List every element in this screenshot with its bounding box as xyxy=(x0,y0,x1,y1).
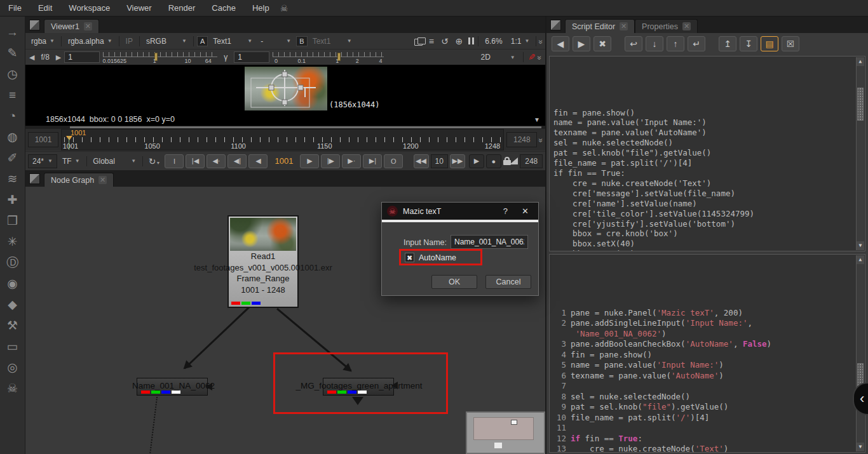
prev-keyframe-button[interactable]: ◀· xyxy=(207,154,226,168)
tab-script-editor[interactable]: Script Editor ✕ xyxy=(565,19,635,33)
viewer-image[interactable] xyxy=(245,67,327,110)
fps-select[interactable]: 24*▼ xyxy=(28,154,57,168)
hidden-input-arrow-icon[interactable] xyxy=(202,383,212,391)
clear-history-button[interactable]: ✖ xyxy=(593,36,611,51)
threed-icon[interactable]: ❒ xyxy=(3,210,23,231)
keyer-icon[interactable]: ✐ xyxy=(3,147,23,168)
menu-item[interactable]: Help xyxy=(244,1,278,15)
next-script-button[interactable]: ▶ xyxy=(573,36,590,51)
timeline-ruler[interactable]: 100110501100115012001248 1001 xyxy=(61,129,504,150)
import-buffer-button[interactable]: ↧ xyxy=(740,36,757,51)
fstop-label[interactable]: f/8 xyxy=(37,51,52,63)
other-icon[interactable]: ▭ xyxy=(3,336,23,357)
gamma-slider[interactable]: 00.1124 xyxy=(273,50,384,64)
draw-icon[interactable]: ✎ xyxy=(3,43,23,63)
chevron-down-icon[interactable]: ▼ xyxy=(534,116,540,123)
more-chevron-icon[interactable]: » xyxy=(536,56,545,59)
edge-read-to-name[interactable] xyxy=(184,307,250,369)
menu-item[interactable]: Edit xyxy=(30,1,60,15)
current-frame-label[interactable]: 1001 xyxy=(269,156,298,166)
ofx-icon[interactable]: ◎ xyxy=(3,357,23,378)
close-button[interactable]: ✕ xyxy=(517,206,533,216)
source-node-button[interactable]: ↩ xyxy=(625,36,642,51)
b-buffer-label[interactable]: B xyxy=(296,36,307,46)
load-script-button[interactable]: ↓ xyxy=(646,36,663,51)
play-button[interactable]: ▶ xyxy=(300,154,319,168)
input-scrollbar[interactable]: ▲ ▼ xyxy=(856,255,864,451)
stack-icon[interactable]: ≡ xyxy=(426,36,437,46)
ramp-icon[interactable] xyxy=(510,157,518,164)
merge-icon[interactable]: ≋ xyxy=(3,168,23,189)
channel-select[interactable]: rgba.alpha▼ xyxy=(65,36,116,47)
pane-menu-icon[interactable] xyxy=(550,20,561,30)
more-chevron-icon[interactable]: » xyxy=(537,39,546,43)
export-buffer-button[interactable]: ↥ xyxy=(719,36,736,51)
jump-back-button[interactable]: ◀◀ xyxy=(414,154,429,168)
range-end-box[interactable]: 1248 xyxy=(506,132,537,147)
refresh-icon[interactable]: ↺ xyxy=(438,36,451,46)
gain-input[interactable] xyxy=(64,51,100,63)
autoname-checkbox[interactable]: ✖ xyxy=(405,253,414,262)
image-read-icon[interactable]: → xyxy=(3,22,23,43)
jump-forward-button[interactable]: ▶▶ xyxy=(450,154,465,168)
output-scrollbar[interactable]: ▲ ▼ xyxy=(856,57,864,250)
save-script-button[interactable]: ↑ xyxy=(667,36,684,51)
ok-button[interactable]: OK xyxy=(431,275,477,289)
layer-select[interactable]: rgba▼ xyxy=(28,36,58,47)
script-input-pane[interactable]: 1pane = nuke.Panel('Mazic texT', 200)2pa… xyxy=(549,254,865,453)
close-icon[interactable]: ✕ xyxy=(620,22,628,30)
tab-viewer1[interactable]: Viewer1 ✕ xyxy=(44,19,99,33)
menu-item[interactable]: Cache xyxy=(203,1,244,15)
close-icon[interactable]: ✕ xyxy=(84,22,92,30)
close-icon[interactable]: ✕ xyxy=(98,176,107,184)
wipe-icon[interactable] xyxy=(414,37,424,45)
goto-end-button[interactable]: ▶| xyxy=(363,154,382,168)
transform-icon[interactable]: ✚ xyxy=(3,189,23,210)
fstop-prev-icon[interactable]: ◀ xyxy=(29,53,34,62)
deep-icon[interactable]: Ⓓ xyxy=(3,252,23,273)
cancel-button[interactable]: Cancel xyxy=(485,275,531,289)
menu-item[interactable]: Workspace xyxy=(60,1,118,15)
end-frame-box[interactable]: 248 xyxy=(520,154,543,168)
zoom-level[interactable]: 6.6% xyxy=(482,36,505,47)
prev-frame-button[interactable]: ◀ xyxy=(248,154,268,168)
skull-menu-icon[interactable]: ☠ xyxy=(280,3,288,13)
node-graph-minimap[interactable] xyxy=(466,411,545,454)
tab-node-graph[interactable]: Node Graph ✕ xyxy=(44,173,114,187)
time-icon[interactable]: ◷ xyxy=(3,63,23,84)
help-button[interactable]: ? xyxy=(499,206,512,216)
menu-item[interactable]: Viewer xyxy=(118,1,160,15)
color-icon[interactable]: ◔ xyxy=(3,105,23,126)
annotate-pen-icon[interactable]: ✎ xyxy=(528,52,536,62)
menu-item[interactable]: File xyxy=(0,1,30,15)
lut-select[interactable]: sRGB▼ xyxy=(143,36,190,47)
scroll-down-icon[interactable]: ▼ xyxy=(857,443,864,451)
range-start-box[interactable]: 1001 xyxy=(28,132,58,147)
scroll-up-icon[interactable]: ▲ xyxy=(857,255,864,264)
out-point-button[interactable]: O xyxy=(384,154,403,168)
proxy-select[interactable]: 1:1▼ xyxy=(508,36,533,47)
skull-icon[interactable]: ☠ xyxy=(3,378,23,399)
prev-increment-button[interactable]: ◀| xyxy=(227,154,247,168)
gain-slider[interactable]: 0.01562511064 xyxy=(103,50,217,64)
metadata-icon[interactable]: ◆ xyxy=(3,294,23,315)
channel-icon[interactable]: ≡ xyxy=(3,84,23,105)
script-output-pane[interactable]: fin = pane.show()name = pane.value('Inpu… xyxy=(549,56,865,251)
roi-icon[interactable]: ⊕ xyxy=(453,36,466,46)
range-mode-select[interactable]: Global▼ xyxy=(90,156,139,167)
pane-menu-icon[interactable] xyxy=(29,173,40,184)
a-buffer-label[interactable]: A xyxy=(197,36,208,46)
pause-icon[interactable] xyxy=(467,36,475,47)
wipe-mode-select[interactable]: -▼ xyxy=(257,36,294,47)
in-point-button[interactable]: I xyxy=(165,154,184,168)
gamma-input[interactable] xyxy=(234,51,269,63)
filter-icon[interactable]: ◍ xyxy=(3,126,23,147)
fstop-next-icon[interactable]: ▶ xyxy=(56,53,61,62)
tab-properties[interactable]: Properties ✕ xyxy=(635,19,698,33)
previous-script-button[interactable]: ◀ xyxy=(552,36,569,51)
scroll-down-icon[interactable]: ▼ xyxy=(857,241,864,250)
particles-icon[interactable]: ✳ xyxy=(3,231,23,252)
toggle-output-button[interactable]: ▤ xyxy=(761,36,778,51)
tf-select[interactable]: TF▼ xyxy=(59,156,83,167)
clear-output-button[interactable]: ☒ xyxy=(782,36,799,51)
